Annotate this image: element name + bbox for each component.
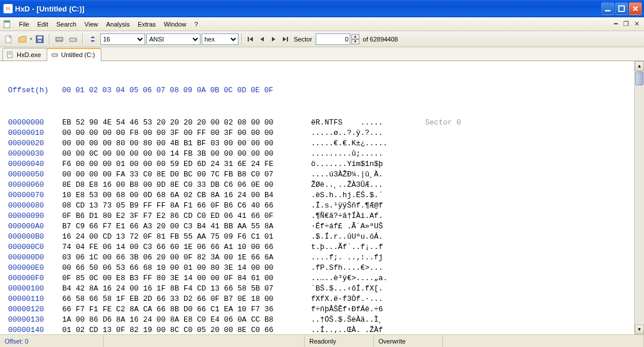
hex-row[interactable]: 000000E000 66 50 06 53 66 68 10 00 01 00… — [8, 263, 634, 273]
bytes-per-row-select[interactable]: 16 — [100, 33, 145, 45]
hex-row[interactable]: 0000003000 00 0C 00 00 00 00 00 14 FB 3B… — [8, 149, 634, 159]
save-button[interactable] — [33, 33, 46, 46]
row-ascii[interactable]: ....f;. ..‚:..fj — [311, 252, 410, 263]
scroll-down-icon[interactable]: ▼ — [635, 325, 644, 334]
menu-view[interactable]: View — [81, 19, 103, 29]
row-hex[interactable]: 66 58 66 58 1F EB 2D 66 33 D2 66 0F B7 0… — [62, 294, 311, 304]
row-ascii[interactable]: .....ø..?.ÿ.?... — [311, 128, 410, 138]
row-ascii[interactable]: f÷ñþÂŠÊf‹ÐfÁê.÷6 — [311, 304, 410, 315]
row-ascii[interactable]: fXfX.ë-f3Òf.·... — [311, 294, 410, 304]
row-hex[interactable]: 01 02 CD 13 0F 82 19 00 8C C0 05 20 00 8… — [62, 325, 311, 334]
row-hex[interactable]: 16 24 00 CD 13 72 0F 81 FB 55 AA 75 09 F… — [62, 232, 311, 242]
row-hex[interactable]: 00 00 0C 00 00 00 00 00 14 FB 3B 00 00 0… — [62, 149, 311, 159]
row-ascii[interactable]: ëR.NTFS ..... — [311, 118, 410, 128]
sector-input[interactable] — [316, 33, 350, 45]
row-hex[interactable]: B7 C9 66 F7 E1 66 A3 20 00 C3 B4 41 BB A… — [62, 221, 311, 232]
hex-row[interactable]: 000000C074 04 FE 06 14 00 C3 66 60 1E 06… — [8, 242, 634, 252]
row-ascii[interactable]: .$.Í.r..ûUªu.öÁ. — [311, 232, 410, 242]
hex-row[interactable]: 000000608E D8 E8 16 00 B8 00 0D 8E C0 33… — [8, 180, 634, 190]
menu-file[interactable]: File — [15, 19, 33, 29]
row-ascii[interactable]: .........û;..... — [311, 149, 410, 159]
row-ascii[interactable]: ..Í..‚..ŒÀ. .ŽÀf — [311, 325, 410, 334]
row-hex[interactable]: 74 04 FE 06 14 00 C3 66 60 1E 06 66 A1 1… — [62, 242, 311, 252]
hex-row[interactable]: 0000005000 00 00 00 FA 33 C0 8E D0 BC 00… — [8, 169, 634, 180]
maximize-button[interactable] — [615, 2, 628, 15]
row-hex[interactable]: 03 06 1C 00 66 3B 06 20 00 0F 82 3A 00 1… — [62, 252, 311, 263]
row-ascii[interactable]: .fP.Sfh....€>... — [311, 263, 410, 273]
hex-row[interactable]: 0000001000 00 00 00 00 F8 00 00 3F 00 FF… — [8, 128, 634, 138]
open-disk-button[interactable] — [67, 33, 79, 46]
hex-row[interactable]: 0000012066 F7 F1 FE C2 8A CA 66 8B D0 66… — [8, 304, 634, 315]
menu-search[interactable]: Search — [52, 19, 81, 29]
row-ascii[interactable]: t.þ...Ãf`..f¡..f — [311, 242, 410, 252]
menu-edit[interactable]: Edit — [33, 19, 52, 29]
hex-row[interactable]: 00000000EB 52 90 4E 54 46 53 20 20 20 20… — [8, 118, 634, 128]
row-hex[interactable]: 10 E8 53 00 68 00 0D 68 6A 02 CB 8A 16 2… — [62, 190, 311, 201]
sector-total: of 62894408 — [361, 36, 400, 43]
mdi-minimize-icon[interactable]: ━ — [611, 20, 620, 29]
menu-analysis[interactable]: Analysis — [102, 19, 134, 29]
hex-row[interactable]: 000000B016 24 00 CD 13 72 0F 81 FB 55 AA… — [8, 232, 634, 242]
hex-row[interactable]: 0000014001 02 CD 13 0F 82 19 00 8C C0 05… — [8, 325, 634, 334]
row-ascii[interactable]: ö.......Yím$1n$þ — [311, 159, 410, 169]
hex-row[interactable]: 00000100B4 42 8A 16 24 00 16 1F 8B F4 CD… — [8, 284, 634, 294]
row-hex[interactable]: 08 CD 13 73 05 B9 FF FF 8A F1 66 0F B6 C… — [62, 201, 311, 211]
row-hex[interactable]: 0F 85 0C 00 E8 B3 FF 80 3E 14 00 00 0F 8… — [62, 273, 311, 284]
row-hex[interactable]: B4 42 8A 16 24 00 16 1F 8B F4 CD 13 66 5… — [62, 284, 311, 294]
row-hex[interactable]: F6 00 00 00 01 00 00 00 59 ED 6D 24 31 6… — [62, 159, 311, 169]
hex-row[interactable]: 00000040F6 00 00 00 01 00 00 00 59 ED 6D… — [8, 159, 634, 169]
hex-row[interactable]: 000000900F B6 D1 80 E2 3F F7 E2 86 CD C0… — [8, 211, 634, 221]
row-hex[interactable]: 1A 00 86 D6 8A 16 24 00 8A E8 C0 E4 06 0… — [62, 315, 311, 325]
row-hex[interactable]: 66 F7 F1 FE C2 8A CA 66 8B D0 66 C1 EA 1… — [62, 304, 311, 315]
svg-rect-7 — [38, 40, 41, 42]
menu-help[interactable]: ? — [191, 19, 202, 29]
open-file-button[interactable] — [16, 33, 29, 46]
row-hex[interactable]: 00 00 00 00 80 00 80 00 4B B1 BF 03 00 0… — [62, 138, 311, 149]
menu-extras[interactable]: Extras — [134, 19, 160, 29]
close-button[interactable] — [629, 2, 642, 15]
tab-untitled-c[interactable]: Untitled (C:) — [47, 48, 101, 61]
row-hex[interactable]: 0F B6 D1 80 E2 3F F7 E2 86 CD C0 ED 06 4… — [62, 211, 311, 221]
hex-row[interactable]: 0000007010 E8 53 00 68 00 0D 68 6A 02 CB… — [8, 190, 634, 201]
row-ascii[interactable]: ....ú3ÀŽÐ¼.|û¸À. — [311, 169, 410, 180]
hex-row[interactable]: 0000011066 58 66 58 1F EB 2D 66 33 D2 66… — [8, 294, 634, 304]
hex-row[interactable]: 000001301A 00 86 D6 8A 16 24 00 8A E8 C0… — [8, 315, 634, 325]
hex-row[interactable]: 0000002000 00 00 00 80 00 80 00 4B B1 BF… — [8, 138, 634, 149]
row-hex[interactable]: 8E D8 E8 16 00 B8 00 0D 8E C0 33 DB C6 0… — [62, 180, 311, 190]
sector-spinner[interactable]: ▲▼ — [351, 34, 359, 44]
row-ascii[interactable]: .Í.s.¹ÿÿŠñf.¶Æ@f — [311, 201, 410, 211]
hex-row[interactable]: 000000D003 06 1C 00 66 3B 06 20 00 0F 82… — [8, 252, 634, 263]
row-ascii[interactable]: ·Éf÷áf£ .Ã´A»ªUŠ — [311, 221, 410, 232]
scroll-thumb[interactable] — [635, 71, 643, 85]
row-ascii[interactable]: ..†ÖŠ.$.ŠèÀä..Ì¸ — [311, 315, 410, 325]
hex-row[interactable]: 0000008008 CD 13 73 05 B9 FF FF 8A F1 66… — [8, 201, 634, 211]
tab-hxd-exe[interactable]: HxD.exe — [2, 48, 47, 61]
hex-row[interactable]: 000000A0B7 C9 66 F7 E1 66 A3 20 00 C3 B4… — [8, 221, 634, 232]
minimize-button[interactable] — [601, 2, 614, 15]
row-hex[interactable]: EB 52 90 4E 54 46 53 20 20 20 20 00 02 0… — [62, 118, 311, 128]
nav-last-button[interactable] — [280, 33, 290, 45]
nav-next-button[interactable] — [268, 33, 279, 45]
vertical-scrollbar[interactable]: ▲ ▼ — [634, 61, 644, 334]
mdi-restore-icon[interactable]: ❐ — [622, 20, 631, 29]
row-ascii[interactable]: ..…..è³ÿ€>....„a. — [311, 273, 410, 284]
nav-prev-button[interactable] — [257, 33, 267, 45]
new-file-button[interactable] — [2, 33, 15, 46]
row-ascii[interactable]: ´BŠ.$...‹ôÍ.fX[. — [311, 284, 410, 294]
row-hex[interactable]: 00 00 00 00 00 F8 00 00 3F 00 FF 00 3F 0… — [62, 128, 311, 138]
number-base-select[interactable]: hex — [202, 33, 238, 45]
scroll-up-icon[interactable]: ▲ — [635, 61, 644, 71]
hex-row[interactable]: 000000F00F 85 0C 00 E8 B3 FF 80 3E 14 00… — [8, 273, 634, 284]
row-hex[interactable]: 00 66 50 06 53 66 68 10 00 01 00 80 3E 1… — [62, 263, 311, 273]
row-ascii[interactable]: ŽØè..¸..ŽÀ3ÛÆ... — [311, 180, 410, 190]
row-ascii[interactable]: .èS.h..hj.ËŠ.$.´ — [311, 190, 410, 201]
row-ascii[interactable]: .¶Ñ€â?÷â†ÍÀí.Af. — [311, 211, 410, 221]
mdi-close-icon[interactable]: ✕ — [632, 20, 641, 29]
open-ram-button[interactable] — [53, 33, 66, 46]
charset-select[interactable]: ANSI — [146, 33, 200, 45]
hex-view[interactable]: Offset(h) 00 01 02 03 04 05 06 07 08 09 … — [0, 61, 634, 334]
nav-first-button[interactable] — [245, 33, 256, 45]
menu-window[interactable]: Window — [160, 19, 190, 29]
row-ascii[interactable]: .....€.€.K±¿..... — [311, 138, 410, 149]
row-hex[interactable]: 00 00 00 00 FA 33 C0 8E D0 BC 00 7C FB B… — [62, 169, 311, 180]
